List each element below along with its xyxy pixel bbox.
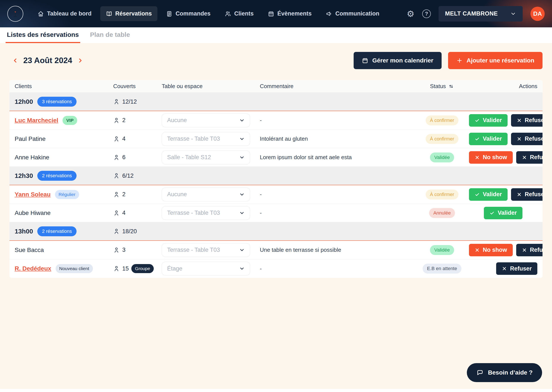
plus-icon <box>456 57 463 64</box>
chevron-down-icon <box>239 192 245 197</box>
chevron-down-icon <box>510 11 516 17</box>
toolbar-buttons: Gérer mon calendrier Ajouter une réserva… <box>354 52 543 69</box>
table-select[interactable]: Terrasse - Table T03 <box>162 206 250 220</box>
check-icon <box>489 210 495 216</box>
validate-button[interactable]: Valider <box>469 133 508 145</box>
next-day-button[interactable] <box>77 57 83 64</box>
covers-count: 2 <box>122 191 125 198</box>
nav-item-orders[interactable]: Commandes <box>160 6 216 21</box>
table-select-value: Salle - Table S12 <box>167 154 211 161</box>
covers-count: 6 <box>122 154 125 161</box>
validate-button[interactable]: Valider <box>469 188 508 201</box>
reservation-row: Yann Soleau Régulier 2 Aucune - À confir… <box>9 185 543 204</box>
button-label: Valider <box>498 210 517 216</box>
users-icon <box>225 11 231 17</box>
chat-icon <box>476 369 484 376</box>
no-show-button[interactable]: No show <box>469 151 513 164</box>
reservations-table: Clients Couverts Table ou espace Comment… <box>9 80 543 278</box>
org-selector[interactable]: MELT CAMBRONE <box>439 6 523 21</box>
column-header-status-sort[interactable]: Status <box>415 83 469 90</box>
refuse-button[interactable]: Refuser <box>511 188 543 201</box>
question-mark: ? <box>422 9 431 18</box>
tab-floor-plan[interactable]: Plan de table <box>89 27 131 43</box>
refuse-button[interactable]: Refuser <box>516 151 543 164</box>
nav-label: Clients <box>234 10 254 17</box>
comment-text: - <box>260 265 415 272</box>
reservation-row: Anne Hakine 6 Salle - Table S12 Lorem ip… <box>9 148 543 167</box>
avatar[interactable]: DA <box>530 7 545 21</box>
person-icon <box>113 98 120 105</box>
group-capacity: 12/12 <box>122 98 137 105</box>
person-icon <box>113 117 120 124</box>
nav-item-reservations[interactable]: Réservations <box>100 6 158 21</box>
nav-label: Commandes <box>176 10 210 17</box>
table-select[interactable]: Étage <box>162 262 250 275</box>
comment-text: - <box>260 191 415 198</box>
navbar-right: ⚙ ? MELT CAMBRONE DA <box>407 6 545 21</box>
brand-logo[interactable] <box>7 6 23 22</box>
client-name-link[interactable]: Yann Soleau <box>15 191 51 198</box>
nav-item-communication[interactable]: Communication <box>320 6 385 21</box>
no-show-button[interactable]: No show <box>469 244 513 256</box>
table-select[interactable]: Aucune <box>162 188 250 201</box>
button-label: Refuser <box>510 265 532 272</box>
tab-reservations-list[interactable]: Listes des réservations <box>6 27 80 43</box>
validate-button[interactable]: Valider <box>484 207 523 219</box>
client-tag-badge: VIP <box>63 116 77 125</box>
table-header-row: Clients Couverts Table ou espace Comment… <box>9 80 543 93</box>
group-size-badge: Groupe <box>131 264 154 273</box>
person-icon <box>113 265 120 272</box>
need-help-button[interactable]: Besoin d’aide ? <box>467 363 542 382</box>
table-select[interactable]: Terrasse - Table T03 <box>162 243 250 257</box>
x-icon <box>517 118 522 123</box>
add-reservation-button[interactable]: Ajouter une réservation <box>448 52 543 69</box>
comment-text: - <box>260 117 415 124</box>
help-icon[interactable]: ? <box>422 9 431 18</box>
manage-calendar-button[interactable]: Gérer mon calendrier <box>354 52 441 69</box>
calendar-icon <box>268 11 274 17</box>
x-icon <box>502 266 507 271</box>
x-icon <box>522 247 527 253</box>
chevron-down-icon <box>239 210 245 216</box>
button-label: Ajouter une réservation <box>467 57 534 64</box>
validate-button[interactable]: Valider <box>469 114 508 127</box>
client-name: Sue Bacca <box>15 247 44 253</box>
button-label: Refuser <box>530 247 543 253</box>
group-capacity: 6/12 <box>122 173 134 179</box>
table-select[interactable]: Aucune <box>162 113 250 127</box>
comment-text: Une table en terrasse si possible <box>260 247 415 253</box>
reservation-row: Luc Marcheciel VIP 2 Aucune - À confirme… <box>9 111 543 130</box>
previous-day-button[interactable] <box>12 57 19 64</box>
person-icon <box>113 154 120 161</box>
status-badge: À confirmer <box>426 115 459 125</box>
toolbar: 23 Août 2024 Gérer mon calendrier Ajoute… <box>9 52 543 69</box>
nav-item-events[interactable]: Évènements <box>262 6 317 21</box>
button-label: Refuser <box>525 191 543 198</box>
table-select-value: Terrasse - Table T03 <box>167 135 220 142</box>
refuse-button[interactable]: Refuser <box>511 114 543 127</box>
check-icon <box>475 136 480 141</box>
covers-count: 15 <box>122 265 129 272</box>
status-badge: À confirmer <box>426 134 459 144</box>
button-label: Valider <box>483 191 502 198</box>
group-time: 12h00 <box>15 98 33 105</box>
settings-gear-icon[interactable]: ⚙ <box>407 9 415 18</box>
column-header-comment: Commentaire <box>260 83 415 90</box>
refuse-button[interactable]: Refuser <box>511 133 543 145</box>
button-label: No show <box>483 247 507 253</box>
nav-item-dashboard[interactable]: Tableau de bord <box>32 6 97 21</box>
client-name-link[interactable]: R. Dedédeux <box>15 265 51 272</box>
table-select-value: Aucune <box>167 191 187 198</box>
nav-item-clients[interactable]: Clients <box>219 6 259 21</box>
table-select[interactable]: Terrasse - Table T03 <box>162 132 250 146</box>
refuse-button[interactable]: Refuser <box>496 262 537 275</box>
client-name-link[interactable]: Luc Marcheciel <box>15 117 58 124</box>
table-select[interactable]: Salle - Table S12 <box>162 151 250 164</box>
comment-text: - <box>260 210 415 216</box>
covers-count: 2 <box>122 117 125 124</box>
nav-label: Réservations <box>115 10 152 17</box>
refuse-button[interactable]: Refuser <box>516 244 543 256</box>
group-time: 12h30 <box>15 172 33 179</box>
date-navigation: 23 Août 2024 <box>9 56 83 65</box>
table-select-value: Terrasse - Table T03 <box>167 247 220 253</box>
